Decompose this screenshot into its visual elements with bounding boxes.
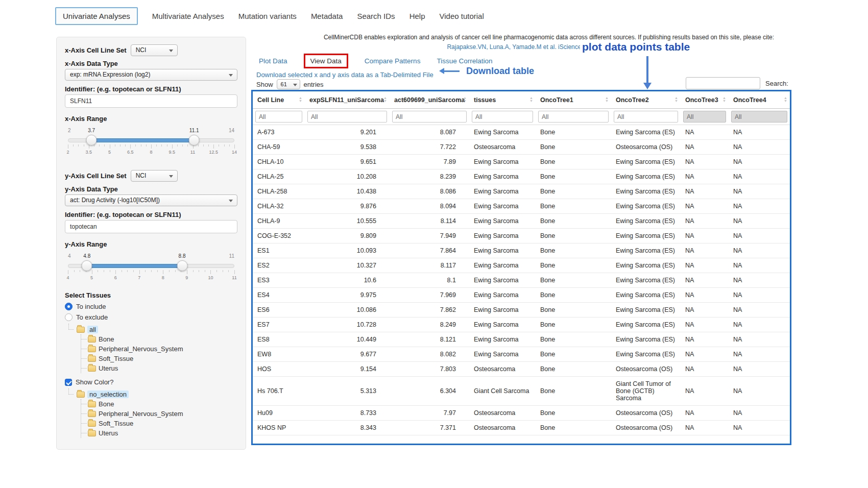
subtab-tissue-correlation[interactable]: Tissue Correlation [437,57,492,65]
sort-icon[interactable]: ▲▼ [463,96,467,103]
y-data-type-value: act: Drug Activity (-log10[IC50M]) [70,197,160,204]
slider-handle-max[interactable] [189,135,200,145]
table-row-hu09[interactable]: Hu098.7337.97OsteosarcomaBoneOsteosarcom… [253,406,790,421]
citation-line2[interactable]: Rajapakse.VN, Luna.A, Yamade.M et al. iS… [253,43,845,51]
table-row-ew8[interactable]: EW89.6778.082Ewing SarcomaBoneEwing Sarc… [253,347,790,362]
table-row-es7[interactable]: ES710.7288.249Ewing SarcomaBoneEwing Sar… [253,318,790,332]
filter-input-oncotree2[interactable] [614,111,678,123]
table-cell: Bone [536,125,611,140]
filter-input-oncotree4[interactable] [731,111,787,123]
entries-select[interactable]: 61 [277,79,300,89]
table-cell: Osteosarcoma [469,140,536,155]
table-row-a-673[interactable]: A-6739.2018.087Ewing SarcomaBoneEwing Sa… [253,125,790,140]
sort-icon[interactable]: ▲▼ [784,96,787,103]
table-row-cha-59[interactable]: CHA-599.5387.722OsteosarcomaBoneOsteosar… [253,140,790,155]
table-cell: NA [681,406,729,421]
table-row-es4[interactable]: ES49.9757.969Ewing SarcomaBoneEwing Sarc… [253,288,790,303]
filter-input-tissues[interactable] [472,111,533,123]
column-header-oncotree1[interactable]: OncoTree1▲▼ [536,91,611,109]
filter-input-oncotree3[interactable] [683,111,726,123]
entries-label: entries [304,81,324,88]
nav-tab-mutation-variants[interactable]: Mutation variants [238,12,297,20]
slider-handle-min[interactable] [86,135,97,145]
filter-input-expslfn11-unisarcoma[interactable] [307,111,387,123]
subtab-plot-data[interactable]: Plot Data [259,57,287,65]
slider-handle-min[interactable] [82,260,92,271]
sort-icon[interactable]: ▲▼ [674,96,678,103]
annotation-download-text: Download table [466,66,534,77]
download-tab-delimited-link[interactable]: Download selected x and y axis data as a… [256,71,433,79]
column-header-expslfn11-unisarcoma[interactable]: expSLFN11_uniSarcoma▲▼ [305,91,390,109]
tree-node-uterus[interactable]: Uterus [81,363,237,373]
table-row-khos-np[interactable]: KHOS NP8.3437.371OsteosarcomaBoneOsteosa… [253,421,790,435]
table-row-chla-25[interactable]: CHLA-2510.2088.239Ewing SarcomaBoneEwing… [253,169,790,184]
sort-icon[interactable]: ▲▼ [529,96,533,103]
tree-node-bone[interactable]: Bone [81,334,237,344]
tree-node-uterus[interactable]: Uterus [81,428,237,438]
y-data-type-select[interactable]: act: Drug Activity (-log10[IC50M]) [65,194,237,206]
x-data-type-select[interactable]: exp: mRNA Expression (log2) [65,69,237,81]
column-header-act609699-unisarcoma[interactable]: act609699_uniSarcoma▲▼ [390,91,469,109]
table-row-es8[interactable]: ES810.4498.121Ewing SarcomaBoneEwing Sar… [253,332,790,347]
x-identifier-input[interactable] [65,94,237,108]
nav-tab-multivariate-analyses[interactable]: Multivariate Analyses [152,12,224,20]
table-row-cog-e-352[interactable]: COG-E-3529.8097.949Ewing SarcomaBoneEwin… [253,229,790,243]
radio-to-include[interactable]: To include [65,303,237,310]
sort-icon[interactable]: ▲▼ [605,96,609,103]
y-cell-line-set-select[interactable]: NCI [131,170,178,182]
sort-icon[interactable]: ▲▼ [383,96,387,103]
column-header-oncotree3[interactable]: OncoTree3▲▼ [681,91,729,109]
table-cell: 7.803 [390,362,469,377]
table-row-es6[interactable]: ES610.0867.862Ewing SarcomaBoneEwing Sar… [253,303,790,318]
nav-tab-univariate-analyses[interactable]: Univariate Analyses [55,7,138,25]
table-row-es2[interactable]: ES210.3278.117Ewing SarcomaBoneEwing Sar… [253,258,790,273]
y-axis-range-slider[interactable]: 4 11 4.8 8.8 4567891011 [68,261,234,283]
table-row-chla-9[interactable]: CHLA-910.5558.114Ewing SarcomaBoneEwing … [253,214,790,229]
filter-input-cell-line[interactable] [255,111,302,123]
subtab-view-data[interactable]: View Data [304,54,348,68]
table-cell: Ewing Sarcoma [469,155,536,169]
x-axis-range-slider[interactable]: 2 14 3.7 11.1 23.556.589.51112.514 [68,135,234,158]
filter-input-oncotree1[interactable] [538,111,609,123]
show-color-checkbox[interactable]: Show Color? [65,378,237,386]
search-input[interactable] [686,77,760,89]
column-header-oncotree4[interactable]: OncoTree4▲▼ [729,91,790,109]
tree-node-bone[interactable]: Bone [81,399,237,409]
column-header-tissues[interactable]: tissues▲▼ [469,91,536,109]
radio-to-exclude[interactable]: To exclude [65,313,237,321]
tree-node-soft-tissue[interactable]: Soft_Tissue [81,354,237,363]
table-cell: CHA-59 [253,140,305,155]
filter-input-act609699-unisarcoma[interactable] [392,111,467,123]
tree-node-peripheral-nervous-system[interactable]: Peripheral_Nervous_System [81,409,237,419]
table-row-hs-706-t[interactable]: Hs 706.T5.3136.304Giant Cell SarcomaBone… [253,377,790,406]
table-row-es1[interactable]: ES110.0937.864Ewing SarcomaBoneEwing Sar… [253,243,790,258]
nav-tab-help[interactable]: Help [409,12,425,20]
table-row-es3[interactable]: ES310.68.1Ewing SarcomaBoneEwing Sarcoma… [253,273,790,288]
tree-node-all[interactable]: all [67,324,237,334]
nav-tab-metadata[interactable]: Metadata [311,12,343,20]
x-cell-line-set-select[interactable]: NCI [131,44,178,56]
table-row-chla-32[interactable]: CHLA-329.8768.094Ewing SarcomaBoneEwing … [253,199,790,214]
column-header-cell-line[interactable]: Cell Line▲▼ [253,91,305,109]
table-row-hos[interactable]: HOS9.1547.803OsteosarcomaBoneOsteosarcom… [253,362,790,377]
table-cell: ES3 [253,273,305,288]
sort-icon[interactable]: ▲▼ [722,96,726,103]
nav-tab-video-tutorial[interactable]: Video tutorial [439,12,484,20]
table-row-chla-258[interactable]: CHLA-25810.4388.086Ewing SarcomaBoneEwin… [253,184,790,199]
slider-handle-max[interactable] [177,260,187,271]
table-row-chla-10[interactable]: CHLA-109.6517.89Ewing SarcomaBoneEwing S… [253,155,790,169]
table-cell: 10.327 [305,258,390,273]
y-identifier-label: Identifier: (e.g. topotecan or SLFN11) [65,211,237,218]
column-header-label: act609699_uniSarcoma [394,96,465,104]
subtab-compare-patterns[interactable]: Compare Patterns [365,57,421,65]
tree-node-no-selection[interactable]: no_selection [67,389,237,399]
table-cell: NA [729,169,790,184]
table-cell: Bone [536,258,611,273]
tree-node-soft-tissue[interactable]: Soft_Tissue [81,419,237,428]
nav-tab-search-ids[interactable]: Search IDs [357,12,395,20]
column-header-oncotree2[interactable]: OncoTree2▲▼ [611,91,681,109]
sort-icon[interactable]: ▲▼ [299,96,302,103]
table-cell: NA [681,318,729,332]
y-identifier-input[interactable] [65,220,237,233]
tree-node-peripheral-nervous-system[interactable]: Peripheral_Nervous_System [81,344,237,354]
